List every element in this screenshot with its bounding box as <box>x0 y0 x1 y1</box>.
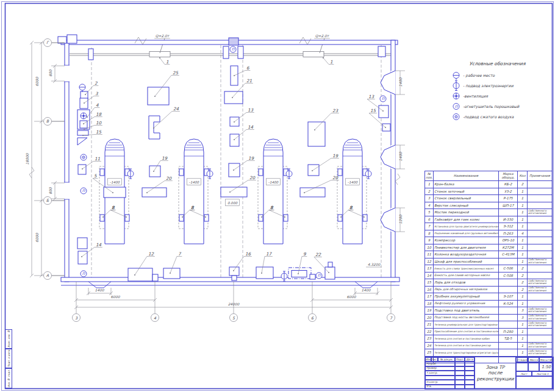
margin-block: Взам. инв. № <box>5 329 12 349</box>
table-cell: 3 <box>518 314 528 321</box>
callout-number: 20 <box>249 175 256 180</box>
signature-row: Провер. <box>425 366 474 371</box>
revision-table: ИзмЛист№ докум.Подп.ДатаРазраб.Провер.Т.… <box>425 357 474 389</box>
dimension-label: 6000 <box>35 232 39 242</box>
callout-number: 19 <box>332 153 339 159</box>
drawing-sheet: 34567ГВБА6000180006000800800600060002400… <box>0 0 555 392</box>
svg-text:-1400: -1400 <box>110 180 120 184</box>
table-cell: Собственного изготовления <box>528 307 553 315</box>
table-cell <box>499 314 518 321</box>
margin-block: Инв. № подл. <box>5 368 12 388</box>
table-cell: Шкаф для приспособлений <box>434 258 499 265</box>
signature-cell <box>455 371 465 375</box>
equipment-13 <box>379 105 389 118</box>
table-header-row: № поз.НаименованиеМарка оборуд.КолПримеч… <box>425 171 553 181</box>
callout-number: 14 <box>96 242 102 248</box>
table-cell: 1 <box>518 216 528 223</box>
table-cell: 16 <box>425 286 434 293</box>
signature-cell <box>455 376 465 380</box>
crane-trolley <box>303 52 324 57</box>
table-cell: Собственного изготовления <box>528 258 553 265</box>
callout-number: 18 <box>96 112 102 117</box>
table-row: 16Ларь для обтирочных материалов2Собстве… <box>425 286 553 293</box>
table-cell: 21 <box>425 321 434 329</box>
fire-ext-icon: П <box>81 271 87 277</box>
callout-number: 13 <box>368 94 375 99</box>
fire-ext-icon: П <box>380 96 386 102</box>
table-cell: 18 <box>425 300 434 307</box>
table-cell: К272М <box>499 244 518 251</box>
stamp-label: Лист <box>516 371 532 376</box>
equipment-wedge <box>77 138 87 145</box>
table-cell: Подъемник канавный для грузовых автомоби… <box>434 230 499 237</box>
table-cell: 2 <box>518 286 528 293</box>
drawing-title-line1: Зона ТР <box>486 365 505 370</box>
callout-number: 20 <box>166 176 173 181</box>
table-cell: 13 <box>425 265 434 273</box>
legend-rows: - рабочее место- подвод электроэнергии-в… <box>447 70 548 122</box>
callout-number: 12 <box>148 251 154 257</box>
dimension-label: 18000 <box>26 152 29 165</box>
table-row: 19Подставка под двигатель3Собственного и… <box>425 307 553 315</box>
equipment-16 <box>232 276 237 280</box>
equipment-21 <box>224 91 243 104</box>
table-row: 13Емкость для слива трансмиссионных масе… <box>425 265 553 273</box>
callout-number: 4 <box>96 102 99 108</box>
signature-cell <box>455 385 465 389</box>
table-row: 4Верстак слесарныйШП-171 <box>425 202 553 209</box>
table-cell: Собственного изготовления <box>528 286 553 293</box>
table-cell: Пробник аккумуляторный <box>434 293 499 301</box>
table-header-cell: Наименование <box>434 171 499 181</box>
margin-block-label: Взам. инв. № <box>7 330 10 347</box>
table-cell: 5 <box>425 209 434 216</box>
table-cell: 1 <box>518 300 528 307</box>
table-cell: Тележка для транспортировки агрегатов гр… <box>434 349 499 357</box>
stamp-label: Листов 1 <box>532 371 553 376</box>
legend-item: -подвод сжатого воздуха <box>447 112 548 122</box>
table-cell: 3 <box>425 195 434 202</box>
callout-number: 3 <box>95 91 99 96</box>
pit-lift <box>125 215 129 221</box>
fire-ext-icon: П <box>230 46 236 52</box>
table-cell: К-524 <box>499 300 518 307</box>
table-cell: Собственного изготовления <box>528 314 553 321</box>
table-cell: Компрессор <box>434 237 499 244</box>
table-cell: П-263 <box>499 230 518 237</box>
svg-text:В: В <box>46 119 49 123</box>
pit-lift <box>284 215 288 221</box>
fire-ext-icon: П <box>81 188 87 194</box>
table-cell: Р-175 <box>499 195 518 202</box>
callout-number: 23 <box>332 108 339 113</box>
table-cell: 8 <box>425 230 434 237</box>
signature-cell <box>455 380 465 384</box>
table-cell: 3 <box>518 307 528 315</box>
dimension-label: 1400 <box>399 151 403 161</box>
table-row: 10Пневмотестер для двигателяК272М1 <box>425 244 553 251</box>
equipment-16 <box>229 267 239 276</box>
table-cell <box>528 272 553 279</box>
table-cell: 7 <box>425 223 434 230</box>
callout-number: 10 <box>96 120 102 126</box>
callout-number: 6 <box>246 65 250 71</box>
table-cell: 25 <box>425 349 434 357</box>
table-row: 9КомпрессорОРS-101 <box>425 237 553 244</box>
equipment-25 <box>148 87 169 105</box>
equipment-23 <box>308 122 325 146</box>
table-header-cell: Примечание <box>528 171 553 181</box>
table-cell: 2 <box>518 272 528 279</box>
table-cell <box>528 265 553 273</box>
table-cell: 2 <box>518 265 528 273</box>
table-cell: Станок сверлильный <box>434 195 499 202</box>
equipment-12 <box>152 274 158 281</box>
equipment-20 <box>142 188 167 197</box>
table-cell: 22 <box>425 328 434 335</box>
table-cell <box>528 202 553 209</box>
table-cell: Собственного изготовления <box>528 321 553 329</box>
pit-lift <box>100 215 104 221</box>
table-row: 5Мостик переходной1Собственного изготовл… <box>425 209 553 216</box>
dimension-label: 800 <box>49 187 52 194</box>
table-cell: 1 <box>518 251 528 258</box>
callout-number: 14 <box>248 124 254 130</box>
signature-cell <box>465 371 474 375</box>
table-cell: Подставка под мосты автомобилей <box>434 314 499 321</box>
